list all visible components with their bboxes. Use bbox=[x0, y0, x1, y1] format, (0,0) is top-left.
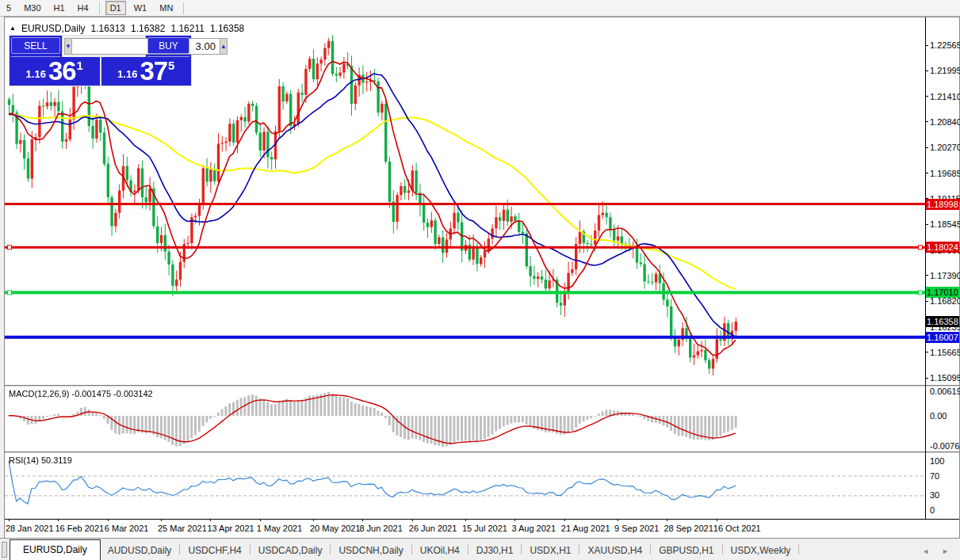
symbol-tab-USDCNH-Daily[interactable]: USDCNH,Daily bbox=[331, 542, 410, 560]
timeframe-button-D1[interactable]: D1 bbox=[105, 1, 126, 15]
tab-separator bbox=[250, 544, 251, 554]
tab-separator bbox=[579, 544, 579, 554]
date-tick-label: 21 Aug 2021 bbox=[561, 524, 610, 533]
volume-spinner: ▼ ▲ bbox=[62, 36, 146, 57]
price-tick-mark bbox=[926, 378, 928, 379]
spin-up-icon: ▲ bbox=[220, 43, 227, 50]
buy-button[interactable]: BUY bbox=[147, 37, 189, 54]
rsi-label: RSI(14) 50.3119 bbox=[9, 455, 72, 465]
price-tick-mark bbox=[926, 70, 928, 71]
sell-price[interactable]: 1.16 36 1 bbox=[10, 57, 100, 86]
date-tick-mark bbox=[618, 519, 618, 521]
sell-button[interactable]: SELL bbox=[11, 37, 60, 54]
tabbar-gripper bbox=[2, 542, 7, 558]
buy-price-big: 37 bbox=[140, 60, 167, 82]
date-tick-mark bbox=[667, 519, 667, 521]
chart-symbol-label: EURUSD,Daily bbox=[21, 23, 86, 34]
rsi-scale-label: 100 bbox=[930, 456, 944, 466]
buy-price-prefix: 1.16 bbox=[117, 68, 137, 82]
price-tick-mark bbox=[926, 224, 928, 225]
date-tick-label: 8 Jun 2021 bbox=[359, 524, 402, 533]
symbol-tabbar: EURUSD,DailyAUDUSD,DailyUSDCHF,H4USDCAD,… bbox=[0, 538, 960, 560]
ohlc-low: 1.16211 bbox=[170, 23, 205, 34]
tab-scroll-left-icon[interactable]: ◄ bbox=[922, 547, 929, 555]
timeframe-toolbar: 5M30H1H4D1W1MN bbox=[0, 0, 960, 17]
tab-separator bbox=[521, 544, 522, 554]
panel-separator[interactable] bbox=[5, 385, 959, 387]
toolbar-separator bbox=[183, 2, 184, 14]
price-tick-label: 1.15665 bbox=[930, 348, 960, 357]
date-tick-label: 20 May 2021 bbox=[310, 524, 361, 533]
price-tick-label: 1.21410 bbox=[930, 92, 960, 101]
date-tick-mark bbox=[412, 519, 413, 521]
date-tick-label: 6 Mar 2021 bbox=[105, 524, 149, 533]
tab-navigation: ◄ ► bbox=[922, 547, 949, 555]
symbol-tab-USDCHF-H4[interactable]: USDCHF,H4 bbox=[181, 542, 248, 560]
price-tag-1.18024: 1.18024 bbox=[926, 242, 959, 253]
price-tick-mark bbox=[926, 96, 928, 97]
symbol-tab-GBPUSD-H1[interactable]: GBPUSD,H1 bbox=[652, 542, 721, 560]
price-tick-mark bbox=[926, 121, 928, 122]
tab-separator bbox=[650, 544, 651, 554]
symbol-tab-USDX-Weekly[interactable]: USDX,Weekly bbox=[724, 542, 798, 560]
collapse-panel-icon[interactable]: ▲ bbox=[10, 24, 16, 33]
symbol-tab-USDX-H1[interactable]: USDX,H1 bbox=[522, 542, 578, 560]
price-tick-mark bbox=[926, 173, 928, 173]
symbol-tab-UKOil-H4[interactable]: UKOil,H4 bbox=[413, 542, 467, 560]
date-tick-mark bbox=[210, 519, 211, 521]
tab-separator bbox=[330, 544, 331, 554]
timeframe-button-MN[interactable]: MN bbox=[155, 1, 178, 15]
date-tick-mark bbox=[58, 519, 59, 521]
tab-separator bbox=[411, 544, 412, 554]
rsi-scale-label: 70 bbox=[930, 471, 939, 481]
timeframe-button-H1[interactable]: H1 bbox=[49, 1, 70, 15]
macd-scale-label: -0.007621 bbox=[930, 441, 960, 451]
tab-separator bbox=[179, 544, 180, 554]
sell-price-big: 36 bbox=[48, 60, 76, 82]
date-tick-label: 16 Oct 2021 bbox=[713, 524, 761, 533]
symbol-tab-EURUSD-Daily[interactable]: EURUSD,Daily bbox=[10, 539, 101, 560]
timeframe-button-5[interactable]: 5 bbox=[2, 1, 16, 15]
spin-down-icon: ▼ bbox=[65, 43, 71, 50]
date-tick-mark bbox=[362, 519, 363, 521]
timeframe-button-M30[interactable]: M30 bbox=[19, 1, 45, 15]
plot-bottom-border bbox=[5, 519, 959, 520]
date-tick-label: 3 Aug 2021 bbox=[511, 524, 556, 533]
date-tick-mark bbox=[564, 519, 565, 521]
volume-increase-button[interactable]: ▲ bbox=[220, 38, 228, 55]
sell-price-prefix: 1.16 bbox=[26, 68, 46, 82]
volume-input[interactable] bbox=[72, 38, 220, 55]
symbol-tab-DJ30-H1[interactable]: DJ30,H1 bbox=[469, 542, 521, 560]
date-tick-label: 13 Apr 2021 bbox=[207, 524, 254, 533]
price-tick-label: 1.18545 bbox=[930, 219, 960, 229]
volume-decrease-button[interactable]: ▼ bbox=[64, 38, 72, 55]
date-tick-mark bbox=[260, 519, 261, 521]
buy-price[interactable]: 1.16 37 5 bbox=[101, 57, 192, 86]
date-tick-label: 28 Jan 2021 bbox=[6, 524, 54, 533]
date-tick-mark bbox=[717, 519, 717, 521]
rsi-scale-label: 0 bbox=[930, 505, 935, 515]
date-tick-mark bbox=[313, 519, 314, 521]
price-tick-mark bbox=[926, 45, 928, 46]
symbol-tab-AUDUSD-Daily[interactable]: AUDUSD,Daily bbox=[101, 542, 179, 560]
price-tick-mark bbox=[926, 275, 928, 276]
date-tick-mark bbox=[465, 519, 466, 521]
timeframe-button-W1[interactable]: W1 bbox=[129, 1, 152, 15]
tab-scroll-right-icon[interactable]: ► bbox=[942, 547, 949, 555]
price-tick-label: 1.17390 bbox=[930, 271, 960, 280]
price-tag-1.18998: 1.18998 bbox=[926, 199, 959, 210]
timeframe-button-H4[interactable]: H4 bbox=[73, 1, 94, 15]
chart-ohlc-header: ▲ EURUSD,Daily 1.16313 1.16382 1.16211 1… bbox=[10, 23, 244, 34]
date-tick-label: 25 Mar 2021 bbox=[158, 524, 207, 533]
price-tick-mark bbox=[926, 352, 928, 352]
tab-separator bbox=[798, 544, 799, 554]
rsi-indicator-canvas[interactable] bbox=[5, 453, 925, 519]
date-tick-mark bbox=[161, 519, 162, 521]
date-tick-mark bbox=[108, 519, 109, 521]
ohlc-close: 1.16358 bbox=[210, 23, 244, 34]
date-tick-label: 16 Feb 2021 bbox=[55, 524, 104, 533]
panel-separator[interactable] bbox=[5, 451, 959, 453]
symbol-tab-USDCAD-Daily[interactable]: USDCAD,Daily bbox=[251, 542, 330, 560]
symbol-tab-XAUUSD-H4[interactable]: XAUUSD,H4 bbox=[580, 542, 649, 560]
date-tick-label: 26 Jun 2021 bbox=[409, 524, 457, 533]
